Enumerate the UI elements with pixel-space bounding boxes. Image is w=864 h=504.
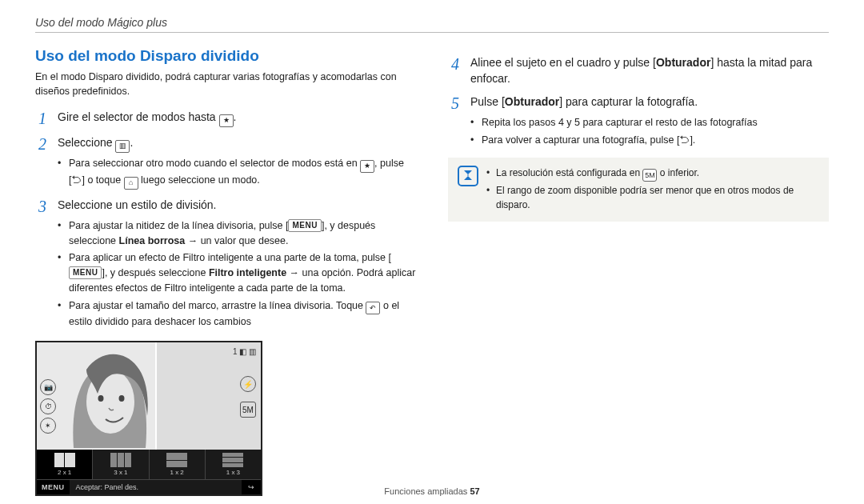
thumb-label: 1 x 2 [150, 469, 205, 476]
preview-topright-icons: 1 ◧ ▥ [233, 347, 256, 356]
step-5-sub: Repita los pasos 4 y 5 para capturar el … [470, 115, 829, 148]
sub-text: Para ajustar la nitidez de la línea divi… [69, 220, 288, 231]
step-4: 4 Alinee el sujeto en el cuadro y pulse … [448, 55, 829, 86]
step-bold: Obturador [656, 56, 710, 69]
right-column: 4 Alinee el sujeto en el cuadro y pulse … [448, 47, 829, 496]
sub-text: → un valor que desee. [185, 235, 288, 246]
svg-point-1 [98, 395, 104, 402]
undo-icon: ↶ [366, 302, 380, 314]
step-text: Alinee el sujeto en el cuadro y pulse [ [470, 56, 656, 69]
step-text: . [234, 110, 237, 123]
step-text: Gire el selector de modos hasta [58, 110, 219, 123]
step-number: 2 [35, 135, 50, 153]
step-text: Pulse [ [470, 95, 505, 108]
sub-text: luego seleccione un modo. [138, 174, 260, 186]
step-number: 1 [35, 110, 50, 127]
step-2-sub: Para seleccionar otro modo cuando el sel… [58, 156, 416, 190]
step-number: 5 [448, 94, 462, 112]
step-text: ] para capturar la fotografía. [559, 95, 698, 108]
thumb-1x3[interactable]: 1 x 3 [206, 450, 261, 479]
page-title: Uso del modo Disparo dividido [35, 47, 416, 65]
menu-button-icon: MENU [69, 266, 102, 279]
thumb-label: 2 x 1 [37, 469, 92, 476]
step-text: . [130, 136, 133, 149]
step-bold: Obturador [505, 95, 559, 108]
thumb-3x1[interactable]: 3 x 1 [93, 450, 149, 479]
step-number: 3 [35, 198, 50, 215]
step-number: 4 [448, 55, 462, 86]
timer-icon: ⏱ [40, 398, 56, 414]
note-text: o inferior. [657, 167, 699, 178]
mode-dial-icon: ★ [219, 114, 234, 127]
camera-preview-figure: 📷 ⏱ ✶ 1 ◧ ▥ ⚡ 5M [35, 341, 262, 496]
sub-text: ] o toque [82, 174, 123, 186]
layout-thumbs: 2 x 1 3 x 1 1 x 2 1 x 3 [37, 450, 261, 479]
step-2: 2 Seleccione ▥. [35, 135, 416, 153]
split-shot-icon: ▥ [115, 140, 130, 153]
camera-mode-icon: 📷 [40, 379, 56, 395]
section-header: Uso del modo Mágico plus [35, 16, 829, 33]
counter-icon: 1 ◧ ▥ [233, 347, 256, 356]
step-text: Seleccione un estilo de división. [58, 198, 216, 215]
preview-right-icons: ⚡ 5M [240, 376, 256, 418]
sub-text: Para seleccionar otro modo cuando el sel… [69, 158, 360, 169]
resolution-icon: 5M [642, 169, 657, 182]
thumb-label: 1 x 3 [206, 469, 261, 476]
thumb-2x1[interactable]: 2 x 1 [37, 450, 93, 479]
sub-text: Para ajustar el tamaño del marco, arrast… [69, 300, 366, 311]
face-illustration [58, 346, 154, 448]
flash-icon: ⚡ [240, 376, 256, 392]
home-icon: ⌂ [124, 177, 138, 190]
preview-left-icons: 📷 ⏱ ✶ [40, 379, 56, 434]
back-key-icon: ⮌ [71, 174, 82, 186]
thumb-label: 3 x 1 [93, 469, 148, 476]
lead-text: En el modo Disparo dividido, podrá captu… [35, 70, 416, 98]
info-icon [458, 166, 478, 186]
mode-dial-icon: ★ [360, 160, 374, 173]
settings-icon: ✶ [40, 418, 56, 434]
sub-text: Para volver a capturar una fotografía, p… [482, 134, 679, 146]
sub-text: Repita los pasos 4 y 5 para capturar el … [470, 115, 829, 130]
note-text: El rango de zoom disponible podría ser m… [486, 183, 819, 212]
page-footer: Funciones ampliadas 57 [0, 486, 864, 496]
step-text: Seleccione [58, 136, 115, 149]
note-box: La resolución está configurada en 5M o i… [448, 158, 829, 222]
back-key-icon: ⮌ [679, 134, 690, 146]
step-3: 3 Seleccione un estilo de división. [35, 198, 416, 215]
sub-bold: Filtro inteligente [209, 267, 286, 278]
step-1: 1 Gire el selector de modos hasta ★. [35, 110, 416, 127]
step-5: 5 Pulse [Obturador] para capturar la fot… [448, 94, 829, 112]
size-icon: 5M [240, 402, 256, 418]
footer-label: Funciones ampliadas [384, 486, 470, 496]
left-column: Uso del modo Disparo dividido En el modo… [35, 47, 416, 496]
sub-bold: Línea borrosa [119, 235, 186, 246]
sub-text: ], y después seleccione [102, 267, 208, 278]
note-text: La resolución está configurada en [496, 167, 642, 178]
page-number: 57 [470, 486, 479, 496]
sub-text: ]. [690, 134, 695, 146]
thumb-1x2[interactable]: 1 x 2 [150, 450, 206, 479]
svg-point-2 [119, 395, 125, 402]
step-3-sub: Para ajustar la nitidez de la línea divi… [58, 218, 416, 330]
sub-text: Para aplicar un efecto de Filtro intelig… [69, 252, 391, 263]
menu-button-icon: MENU [288, 219, 321, 232]
